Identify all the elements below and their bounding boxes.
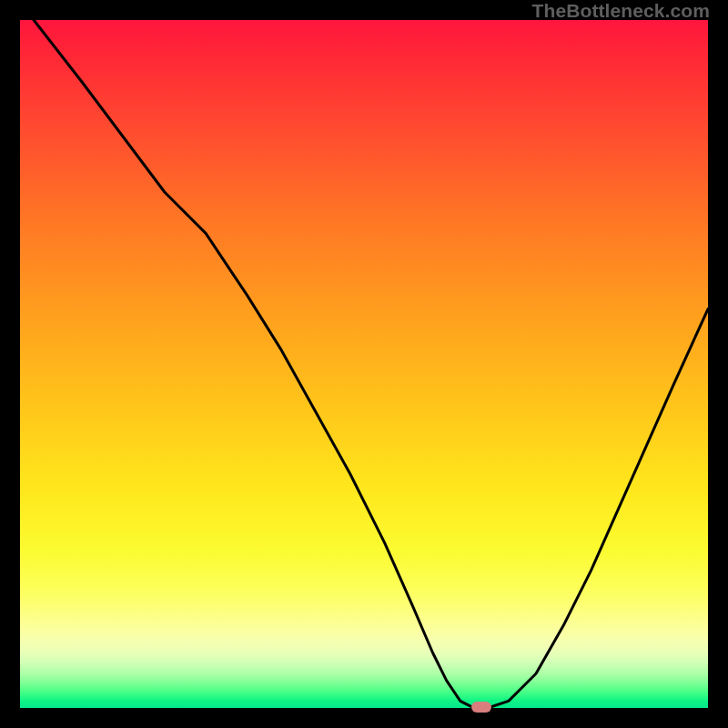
optimal-marker [471, 702, 491, 713]
chart-plot-area [20, 20, 708, 708]
bottleneck-curve [20, 20, 708, 708]
watermark-text: TheBottleneck.com [532, 0, 710, 22]
chart-frame: TheBottleneck.com [0, 0, 728, 728]
